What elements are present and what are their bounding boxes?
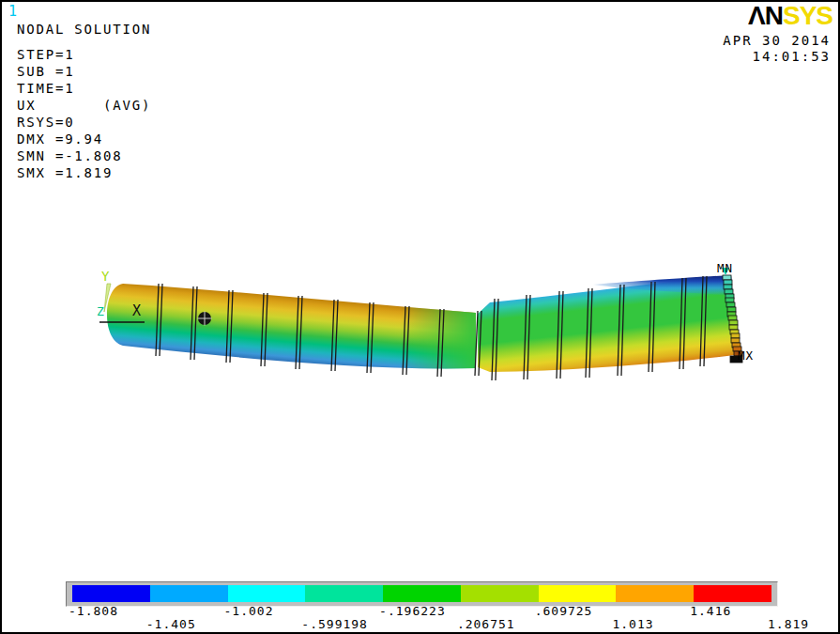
legend-segment	[150, 585, 228, 602]
mn-label: MN	[717, 261, 733, 275]
triad-x-label: X	[132, 302, 142, 319]
legend-label: -.196223	[379, 605, 446, 618]
legend-segment	[72, 585, 150, 602]
legend-label: 1.416	[690, 605, 731, 618]
legend-labels: -1.808-1.002-.196223.6097251.416-1.405-.…	[66, 605, 831, 633]
mx-label: MX	[738, 348, 754, 363]
legend-label: .206751	[457, 618, 515, 631]
legend-segment	[383, 585, 461, 602]
triad-z-label: Z	[97, 304, 105, 318]
ansys-graphics-window: 1 NODAL SOLUTION STEP=1 SUB =1 TIME=1 UX…	[0, 0, 840, 634]
legend-label: 1.819	[768, 618, 809, 631]
legend-segment	[228, 585, 306, 602]
triad-y-label: Y	[101, 269, 110, 284]
legend-segment	[461, 585, 539, 602]
beam-model[interactable]	[107, 275, 735, 380]
legend-label: -.599198	[301, 618, 368, 631]
model-viewport[interactable]: Y Z X MN MX	[2, 2, 838, 632]
legend-bar	[72, 585, 771, 602]
legend-segment	[694, 585, 771, 602]
legend-colorbar-frame	[66, 581, 778, 607]
legend-label: 1.013	[612, 618, 653, 631]
legend-label: -1.808	[69, 605, 118, 618]
legend-segment	[305, 585, 383, 602]
legend-label: -1.405	[146, 618, 196, 631]
legend-label: -1.002	[224, 605, 274, 618]
legend-segment	[539, 585, 617, 602]
legend-segment	[616, 585, 694, 602]
legend-label: .609725	[535, 605, 593, 618]
